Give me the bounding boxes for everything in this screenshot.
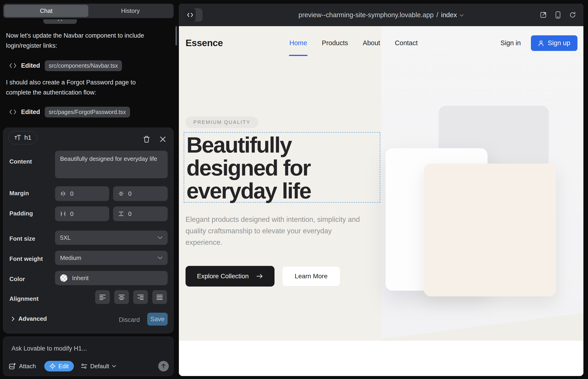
chevron-down-icon [112,365,116,367]
next-section [179,341,583,376]
margin-horizontal-icon [60,191,66,197]
advanced-label: Advanced [18,315,47,322]
file-chip[interactable]: src/pages/ForgotPassword.tsx [45,107,130,117]
align-right-button[interactable] [133,290,148,304]
align-justify-icon [156,294,163,300]
chat-scrollbar[interactable] [175,26,177,46]
nav-home[interactable]: Home [289,39,307,47]
chevron-down-icon [157,256,163,259]
edited-file-row[interactable]: Edited src/pages/ForgotPassword.tsx [9,107,130,117]
mobile-device-icon[interactable] [556,11,560,19]
element-tag-label: h1 [24,134,31,141]
composer-placeholder: Ask Lovable to modify H1... [12,345,87,352]
refresh-icon[interactable] [569,12,576,18]
font-weight-select[interactable]: Medium [55,251,168,265]
assistant-message: Now let's update the Navbar component to… [6,31,157,51]
align-justify-button[interactable] [152,290,167,304]
align-center-icon [118,294,125,300]
sign-in-link[interactable]: Sign in [500,39,521,47]
arrow-up-icon [161,363,166,369]
browser-chrome-bar: preview--charming-site-symphony.lovable.… [179,4,583,26]
chat-composer[interactable]: Ask Lovable to modify H1... Attach Edit … [3,337,174,376]
padding-x-value: 0 [70,210,73,218]
tab-chat[interactable]: Chat [4,5,88,17]
hero-description: Elegant products designed with intention… [186,214,369,249]
chat-history-tabbar: Chat History [3,4,174,18]
trash-icon [143,136,150,143]
nav-products[interactable]: Products [322,39,348,47]
font-size-value: 5XL [60,234,71,241]
send-button[interactable] [158,361,169,371]
clipped-file-chip [43,19,77,24]
padding-label: Padding [9,210,33,217]
decor-beige-card [424,164,556,296]
selected-h1-outline[interactable]: Beautifully designed for everyday life [184,132,380,203]
edited-file-row[interactable]: Edited src/components/Navbar.tsx [9,60,122,71]
padding-x-input[interactable]: 0 [55,206,109,221]
align-left-button[interactable] [95,290,110,304]
color-select[interactable]: Inherit [55,271,168,285]
explore-collection-label: Explore Collection [197,272,249,280]
margin-x-input[interactable]: 0 [55,186,109,201]
edited-label: Edited [21,109,40,116]
learn-more-button[interactable]: Learn More [282,266,340,286]
font-size-select[interactable]: 5XL [55,231,168,245]
sign-up-button[interactable]: Sign up [531,35,577,51]
selected-element-pill[interactable]: h1 [8,131,37,144]
nav-links: Home Products About Contact [289,26,418,60]
chevron-down-icon [460,14,464,17]
delete-element-button[interactable] [141,134,152,145]
close-icon [160,136,166,142]
image-plus-icon [8,363,16,370]
font-weight-label: Font weight [9,255,43,262]
assistant-message: I should also create a Forgot Password p… [6,78,157,97]
close-editor-button[interactable] [157,134,168,145]
align-right-icon [137,294,144,300]
tab-history[interactable]: History [88,5,172,17]
code-icon [9,109,16,115]
margin-vertical-icon [118,191,124,197]
site-viewport: Essence Home Products About Contact Sign… [179,26,583,376]
discard-button[interactable]: Discard [119,316,139,323]
advanced-toggle[interactable]: Advanced [12,315,47,322]
hero-section: Essence Home Products About Contact Sign… [179,26,583,341]
save-button[interactable]: Save [147,313,168,326]
nav-about[interactable]: About [363,39,380,47]
padding-horizontal-icon [60,211,66,217]
padding-y-input[interactable]: 0 [113,206,168,221]
nav-contact[interactable]: Contact [395,39,418,47]
content-input[interactable]: Beautifully designed for everyday life [55,151,168,178]
site-logo[interactable]: Essence [186,26,223,60]
align-left-icon [99,294,106,300]
sign-up-label: Sign up [548,39,570,47]
margin-y-input[interactable]: 0 [113,186,168,201]
color-label: Color [9,276,25,283]
sliders-icon [81,363,88,369]
content-label: Content [9,158,32,165]
padding-y-value: 0 [128,210,131,218]
padding-vertical-icon [118,211,124,217]
chevron-right-icon [12,316,15,321]
explore-collection-button[interactable]: Explore Collection [186,266,275,286]
edit-label: Edit [59,363,69,370]
alignment-label: Alignment [9,295,39,302]
mode-select[interactable]: Default [81,363,116,370]
code-icon [9,63,16,69]
attach-button[interactable]: Attach [8,363,36,370]
align-center-button[interactable] [114,290,129,304]
margin-x-value: 0 [70,190,73,197]
url-bar[interactable]: preview--charming-site-symphony.lovable.… [179,4,583,26]
font-size-label: Font size [9,235,35,242]
arrow-right-icon [256,273,263,279]
edit-mode-button[interactable]: Edit [44,361,74,371]
user-icon [538,40,544,46]
open-external-icon[interactable] [540,12,547,18]
attach-label: Attach [19,363,36,370]
site-navbar: Essence Home Products About Contact Sign… [179,26,583,60]
color-swatch-checker [60,274,67,282]
preview-url: preview--charming-site-symphony.lovable.… [299,11,434,19]
preview-browser-frame: preview--charming-site-symphony.lovable.… [179,4,583,376]
file-chip[interactable]: src/components/Navbar.tsx [45,60,122,71]
element-editor-panel: h1 Content Beautifully designed for ever… [3,127,174,333]
chevron-down-icon [157,236,163,239]
